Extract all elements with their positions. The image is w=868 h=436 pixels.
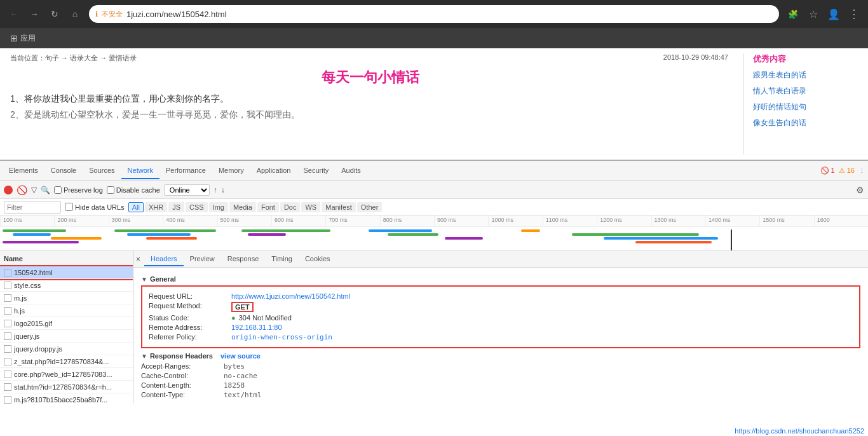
file-item-7[interactable]: z_stat.php?id=1278570834&... [0, 355, 133, 368]
tab-elements[interactable]: Elements [3, 163, 44, 179]
file-item-4[interactable]: logo2015.gif [0, 317, 133, 330]
file-item-8[interactable]: core.php?web_id=127857083... [0, 368, 133, 381]
file-item-3[interactable]: h.js [0, 304, 133, 317]
detail-tab-cookies[interactable]: Cookies [299, 252, 337, 266]
disable-cache-input[interactable] [107, 186, 114, 194]
download-icon[interactable]: ↓ [221, 186, 225, 194]
sidebar-item-0[interactable]: 跟男生表白的话 [753, 70, 858, 81]
file-item-0[interactable]: 150542.html [0, 266, 133, 279]
extensions-icon[interactable]: 🧩 [784, 5, 802, 23]
stop-button[interactable]: 🚫 [17, 185, 27, 195]
network-settings-icon[interactable]: ⚙ [856, 185, 864, 195]
filter-type-img[interactable]: Img [209, 202, 228, 212]
filter-type-xhr[interactable]: XHR [145, 202, 167, 212]
file-item-1[interactable]: style.css [0, 279, 133, 292]
tick-15: 1600 [814, 215, 868, 226]
tick-12: 1300 ms [651, 215, 705, 226]
tab-security[interactable]: Security [297, 163, 335, 179]
insecure-icon: ℹ [95, 10, 98, 18]
throttling-select[interactable]: OnlineOfflineSlow 3GFast 3G [164, 184, 210, 196]
reload-button[interactable]: ↻ [46, 5, 64, 23]
timeline-item-14 [572, 233, 699, 236]
upload-icon[interactable]: ↑ [214, 186, 217, 194]
file-name-9: stat.htm?id=1278570834&r=h... [14, 383, 129, 391]
tick-0: 100 ms [0, 215, 54, 226]
file-item-5[interactable]: jquery.js [0, 330, 133, 343]
devtools-more-icon[interactable]: ⋮ [858, 167, 865, 175]
remote-address-value: 192.168.31.1:80 [231, 324, 282, 331]
file-name-4: logo2015.gif [14, 320, 129, 327]
filter-type-js[interactable]: JS [168, 202, 184, 212]
tab-network[interactable]: Network [121, 163, 159, 179]
filter-type-other[interactable]: Other [357, 202, 383, 212]
disable-cache-checkbox[interactable]: Disable cache [107, 186, 160, 194]
files-panel: Name 150542.html style.css m.js h.js log… [0, 251, 133, 404]
detail-tab-headers[interactable]: Headers [144, 252, 184, 266]
bookmark-icon[interactable]: ☆ [804, 5, 822, 23]
sidebar-title: 优秀内容 [753, 53, 858, 65]
home-button[interactable]: ⌂ [66, 5, 84, 23]
page-text-1: 1、将你放进我心里最重要的位置，用心来刻你的名字。 [10, 91, 731, 107]
preserve-log-input[interactable] [54, 186, 62, 194]
tab-performance[interactable]: Performance [159, 163, 212, 179]
preserve-log-checkbox[interactable]: Preserve log [54, 186, 103, 194]
network-panel: Name 150542.html style.css m.js h.js log… [0, 251, 868, 404]
filter-type-font[interactable]: Font [257, 202, 279, 212]
hide-data-urls-input[interactable] [65, 203, 73, 211]
detail-tab-bar: × Headers Preview Response Timing Cookie… [133, 251, 868, 268]
timeline-marker [731, 229, 732, 251]
file-item-10[interactable]: m.js?8107b15bacc25ba8b7f... [0, 393, 133, 404]
file-icon-6 [4, 345, 11, 353]
file-item-6[interactable]: jquery.droppy.js [0, 343, 133, 355]
tick-5: 600 ms [271, 215, 325, 226]
filter-type-css[interactable]: CSS [186, 202, 208, 212]
filter-type-manifest[interactable]: Manifest [322, 202, 356, 212]
file-name-3: h.js [14, 307, 129, 315]
general-toggle[interactable]: ▼ [141, 276, 147, 283]
close-panel-button[interactable]: × [136, 255, 140, 264]
tab-application[interactable]: Application [250, 163, 297, 179]
account-icon[interactable]: 👤 [825, 5, 843, 23]
forward-button[interactable]: → [25, 5, 43, 23]
tick-1: 200 ms [54, 215, 108, 226]
file-name-8: core.php?web_id=127857083... [14, 371, 129, 378]
filter-type-all[interactable]: All [128, 202, 144, 212]
filter-type-doc[interactable]: Doc [280, 202, 301, 212]
detail-tab-response[interactable]: Response [221, 252, 266, 266]
tab-console[interactable]: Console [44, 163, 83, 179]
response-headers-toggle[interactable]: ▼ [141, 353, 147, 360]
files-header-label: Name [4, 255, 23, 262]
sidebar-item-3[interactable]: 像女生告白的话 [753, 118, 858, 128]
record-button[interactable] [4, 186, 13, 194]
detail-panel: × Headers Preview Response Timing Cookie… [133, 251, 868, 404]
filter-type-media[interactable]: Media [229, 202, 256, 212]
remote-address-label: Remote Address: [149, 324, 231, 331]
sidebar-item-1[interactable]: 情人节表白语录 [753, 86, 858, 97]
file-icon-3 [4, 307, 11, 315]
general-section-header: ▼ General [141, 275, 860, 283]
address-bar[interactable]: ℹ 不安全 1juzi.com/new/150542.html [89, 5, 779, 23]
resp-row-2: Content-Length: 18258 [141, 381, 860, 390]
filter-icon[interactable]: ▽ [31, 186, 37, 194]
file-icon-7 [4, 358, 11, 365]
file-name-5: jquery.js [14, 332, 129, 340]
apps-button[interactable]: ⊞ 应用 [6, 31, 39, 46]
file-item-9[interactable]: stat.htm?id=1278570834&r=h... [0, 381, 133, 393]
insecure-label: 不安全 [102, 10, 123, 19]
back-button[interactable]: ← [5, 5, 23, 23]
filter-input[interactable] [7, 203, 58, 211]
sidebar-item-2[interactable]: 好听的情话短句 [753, 102, 858, 112]
view-source-link[interactable]: view source [220, 352, 261, 360]
hide-data-urls-checkbox[interactable]: Hide data URLs [65, 203, 125, 211]
browser-chrome: ← → ↻ ⌂ ℹ 不安全 1juzi.com/new/150542.html … [0, 0, 868, 28]
detail-tab-preview[interactable]: Preview [184, 252, 221, 266]
tab-memory[interactable]: Memory [212, 163, 250, 179]
tab-sources[interactable]: Sources [83, 163, 121, 179]
search-icon[interactable]: 🔍 [41, 186, 50, 194]
menu-icon[interactable]: ⋮ [845, 5, 863, 23]
file-item-2[interactable]: m.js [0, 292, 133, 304]
detail-tab-timing[interactable]: Timing [265, 252, 299, 266]
filter-type-ws[interactable]: WS [301, 202, 320, 212]
tick-7: 800 ms [380, 215, 434, 226]
tab-audits[interactable]: Audits [335, 163, 367, 179]
